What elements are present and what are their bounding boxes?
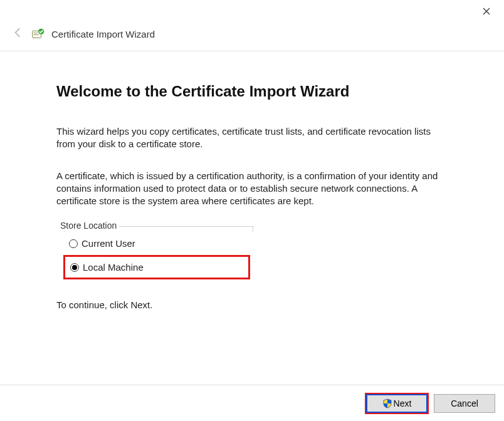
cancel-button-label: Cancel bbox=[451, 398, 478, 408]
cancel-button[interactable]: Cancel bbox=[434, 394, 495, 413]
certificate-wizard-icon bbox=[31, 26, 45, 42]
group-legend: Store Location bbox=[58, 221, 119, 231]
wizard-header: Certificate Import Wizard bbox=[0, 23, 504, 51]
intro-paragraph-2: A certificate, which is issued by a cert… bbox=[56, 170, 448, 208]
uac-shield-icon bbox=[382, 398, 392, 408]
next-button-label: Next bbox=[394, 398, 412, 408]
radio-current-user[interactable]: Current User bbox=[64, 233, 253, 254]
close-button[interactable] bbox=[476, 1, 496, 21]
svg-rect-1 bbox=[34, 33, 38, 33]
back-arrow-icon bbox=[11, 27, 25, 41]
radio-icon bbox=[70, 263, 79, 272]
wizard-footer: Next Cancel bbox=[0, 385, 504, 421]
radio-label-current-user: Current User bbox=[81, 238, 135, 249]
store-location-group: Store Location Current User Local Machin… bbox=[64, 226, 253, 282]
continue-hint: To continue, click Next. bbox=[56, 299, 448, 310]
intro-paragraph-1: This wizard helps you copy certificates,… bbox=[56, 125, 448, 151]
radio-icon bbox=[69, 239, 78, 248]
radio-label-local-machine: Local Machine bbox=[83, 262, 144, 273]
next-button[interactable]: Next bbox=[366, 394, 428, 413]
radio-local-machine[interactable]: Local Machine bbox=[63, 255, 250, 279]
svg-rect-2 bbox=[34, 34, 39, 35]
page-heading: Welcome to the Certificate Import Wizard bbox=[56, 83, 448, 100]
wizard-title: Certificate Import Wizard bbox=[51, 29, 155, 39]
